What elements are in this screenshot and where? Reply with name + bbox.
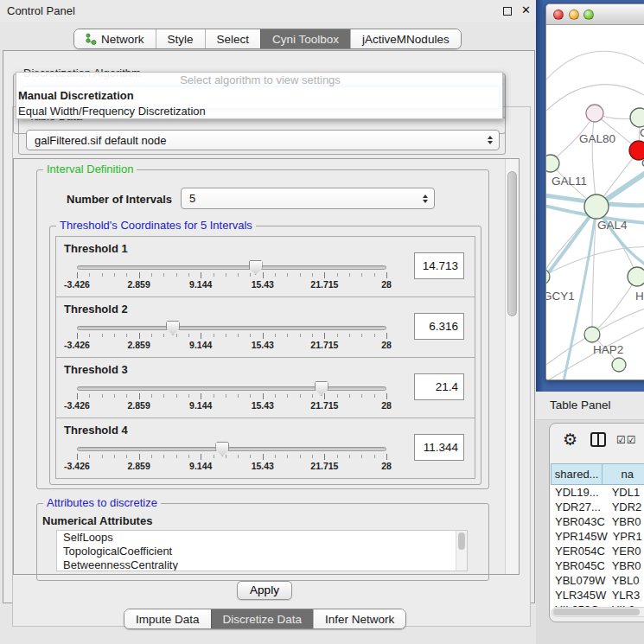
slider-track[interactable] bbox=[77, 386, 386, 391]
table-row[interactable]: YBR043CYBR0 bbox=[551, 514, 644, 529]
threshold-value-field[interactable] bbox=[414, 252, 464, 279]
tab-style[interactable]: Style bbox=[156, 29, 205, 48]
threshold-slider[interactable]: -3.426 2.859 9.144 15.43 21.715 28 bbox=[77, 380, 386, 411]
threshold-value-field[interactable] bbox=[414, 313, 464, 340]
interval-definition-group: Interval Definition Number of Intervals … bbox=[36, 169, 489, 489]
node-gal80[interactable] bbox=[586, 105, 603, 122]
table-panel-title: Table Panel bbox=[550, 399, 611, 411]
slider-major-ticks bbox=[77, 272, 386, 278]
tab-impute-data[interactable]: Impute Data bbox=[124, 609, 211, 628]
tab-discretize-data[interactable]: Discretize Data bbox=[211, 609, 314, 628]
table-row[interactable]: YBR045CYBR0 bbox=[551, 558, 644, 573]
tab-label: Discretize Data bbox=[223, 613, 303, 626]
zoom-traffic-light[interactable] bbox=[583, 10, 594, 20]
dropdown-item-equal-width[interactable]: Equal Width/Frequency Discretization bbox=[16, 104, 502, 119]
network-icon bbox=[86, 33, 97, 45]
slider-tick-labels: -3.426 2.859 9.144 15.43 21.715 28 bbox=[77, 340, 386, 350]
scrollbar-thumb[interactable] bbox=[507, 171, 517, 316]
node-label: GAL4 bbox=[597, 219, 628, 232]
node-hap2[interactable] bbox=[584, 327, 600, 342]
list-scrollbar[interactable] bbox=[456, 531, 467, 571]
num-intervals-value: 5 bbox=[189, 192, 195, 205]
table-data-combobox[interactable]: galFiltered.sif default node bbox=[26, 130, 500, 150]
columns-icon[interactable] bbox=[590, 432, 606, 447]
tab-label: jActiveMNodules bbox=[362, 33, 450, 46]
control-panel-titlebar: Control Panel ✕ bbox=[0, 0, 536, 22]
node-gal11[interactable] bbox=[546, 155, 559, 172]
num-intervals-label: Number of Intervals bbox=[67, 193, 172, 206]
table-row[interactable]: YLR345WYLR3 bbox=[551, 588, 644, 603]
slider-tick-labels: -3.426 2.859 9.144 15.43 21.715 28 bbox=[77, 461, 386, 471]
tab-network[interactable]: Network bbox=[74, 29, 156, 48]
gear-icon[interactable]: ⚙ bbox=[563, 431, 577, 448]
network-window-titlebar[interactable] bbox=[546, 4, 644, 25]
slider-track[interactable] bbox=[77, 265, 386, 270]
network-canvas[interactable]: GAL80 GAL11 GAL4 GCY1 HAP2 GA C H bbox=[546, 26, 644, 380]
slider-track[interactable] bbox=[77, 326, 386, 330]
table-row[interactable]: YER054CYER0 bbox=[551, 544, 644, 558]
tab-label: Cyni Toolbox bbox=[272, 33, 339, 46]
node-ga[interactable] bbox=[630, 108, 644, 127]
tab-cyni-toolbox[interactable]: Cyni Toolbox bbox=[260, 29, 350, 48]
select-columns-icon[interactable]: ☑☑ bbox=[616, 434, 637, 446]
slider-major-ticks bbox=[77, 393, 386, 399]
control-panel: Control Panel ✕ Network Style Select Cyn… bbox=[0, 0, 536, 644]
settings-scrollpane: Interval Definition Number of Intervals … bbox=[13, 158, 520, 575]
node-partial[interactable] bbox=[612, 358, 626, 372]
numerical-attributes-label: Numerical Attributes bbox=[42, 514, 152, 527]
node-label: HAP2 bbox=[593, 343, 623, 356]
table-row[interactable]: YBL079WYBL0 bbox=[551, 573, 644, 588]
table-rows: YDL19...YDL1 YDR27...YDR2 YBR043CYBR0 YP… bbox=[551, 485, 644, 610]
network-graph: GAL80 GAL11 GAL4 GCY1 HAP2 GA C H bbox=[546, 26, 644, 380]
slider-major-ticks bbox=[77, 333, 386, 339]
apply-button[interactable]: Apply bbox=[237, 581, 292, 600]
tab-label: Network bbox=[101, 33, 144, 46]
threshold-label: Threshold 4 bbox=[64, 424, 128, 437]
table-header-row: shared... na bbox=[551, 463, 644, 485]
node-label: H bbox=[635, 290, 644, 303]
tab-select[interactable]: Select bbox=[205, 29, 261, 48]
close-icon[interactable]: ✕ bbox=[521, 3, 531, 16]
panel-title: Control Panel bbox=[7, 4, 75, 17]
threshold-coords-label: Threshold's Coordinates for 5 Intervals bbox=[56, 219, 256, 232]
slider-track[interactable] bbox=[77, 447, 386, 451]
tab-jactivemnodules[interactable]: jActiveMNodules bbox=[350, 29, 461, 48]
bottom-tabbar: Impute Data Discretize Data Infer Networ… bbox=[124, 609, 406, 629]
minimize-traffic-light[interactable] bbox=[569, 10, 579, 20]
horizontal-scrollbar[interactable] bbox=[552, 607, 644, 617]
node-gal4[interactable] bbox=[584, 194, 609, 219]
node-label: GCY1 bbox=[546, 290, 575, 303]
threshold-slider[interactable]: -3.426 2.859 9.144 15.43 21.715 28 bbox=[77, 259, 386, 290]
network-view-window[interactable]: GAL80 GAL11 GAL4 GCY1 HAP2 GA C H bbox=[545, 3, 644, 380]
vertical-scrollbar[interactable] bbox=[505, 159, 519, 574]
node-label: GA bbox=[640, 126, 644, 139]
node-h[interactable] bbox=[628, 267, 644, 286]
list-item[interactable]: TopologicalCoefficient bbox=[57, 545, 467, 558]
table-row[interactable]: YDR27...YDR2 bbox=[551, 500, 644, 514]
attributes-group-label: Attributes to discretize bbox=[43, 496, 161, 509]
threshold-slider[interactable]: -3.426 2.859 9.144 15.43 21.715 28 bbox=[77, 320, 386, 351]
dropdown-placeholder: Select algorithm to view settings bbox=[16, 73, 502, 88]
float-window-icon[interactable] bbox=[503, 7, 512, 16]
table-row[interactable]: YDL19...YDL1 bbox=[551, 485, 644, 500]
combo-arrows-icon bbox=[488, 136, 493, 144]
threshold-value-field[interactable] bbox=[414, 434, 464, 461]
threshold-panel: Threshold 2 -3.426 2.859 9.144 bbox=[55, 296, 475, 358]
scrollbar-thumb[interactable] bbox=[553, 609, 640, 615]
threshold-slider[interactable]: -3.426 2.859 9.144 15.43 21.715 28 bbox=[77, 441, 386, 472]
list-item[interactable]: BetweennessCentrality bbox=[57, 558, 467, 571]
table-row[interactable]: YPR145WYPR1 bbox=[551, 529, 644, 544]
close-traffic-light[interactable] bbox=[553, 10, 564, 20]
list-item[interactable]: SelfLoops bbox=[57, 531, 467, 545]
tab-infer-network[interactable]: Infer Network bbox=[313, 609, 405, 628]
top-tabbar: Network Style Select Cyni Toolbox jActiv… bbox=[73, 29, 462, 49]
interval-definition-label: Interval Definition bbox=[43, 163, 137, 175]
dropdown-item-manual[interactable]: Manual Discretization bbox=[16, 88, 502, 104]
threshold-value-field[interactable] bbox=[414, 373, 464, 400]
attributes-group: Attributes to discretize Numerical Attri… bbox=[36, 503, 489, 581]
num-intervals-combobox[interactable]: 5 bbox=[181, 188, 435, 209]
slider-tick-labels: -3.426 2.859 9.144 15.43 21.715 28 bbox=[77, 279, 386, 290]
column-header-shared-name[interactable]: shared... bbox=[551, 463, 603, 485]
column-header-name[interactable]: na bbox=[603, 463, 644, 485]
tab-label: Style bbox=[168, 33, 194, 46]
